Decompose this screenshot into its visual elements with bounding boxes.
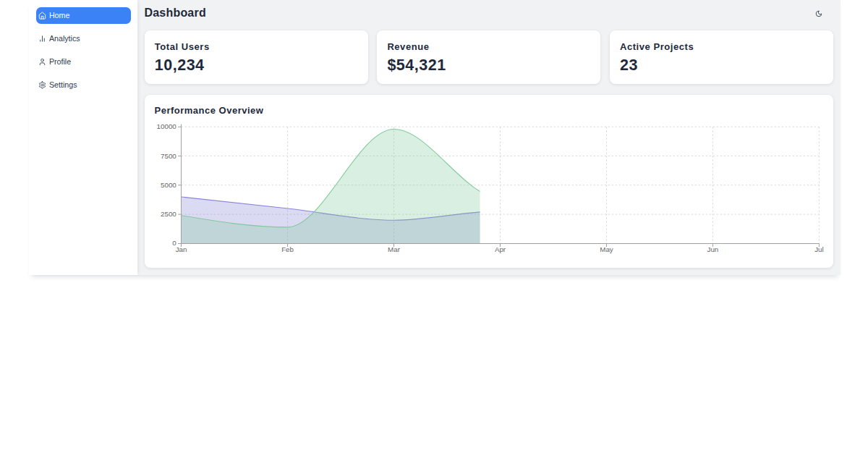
svg-text:10000: 10000 — [157, 122, 177, 130]
svg-text:5000: 5000 — [161, 181, 176, 189]
svg-text:Jan: Jan — [176, 245, 187, 253]
svg-text:Feb: Feb — [281, 245, 294, 253]
svg-text:7500: 7500 — [161, 152, 176, 160]
svg-text:Mar: Mar — [388, 245, 401, 253]
svg-text:May: May — [600, 245, 613, 253]
svg-text:Apr: Apr — [495, 245, 506, 253]
svg-text:Jun: Jun — [707, 245, 719, 253]
svg-text:2500: 2500 — [161, 210, 176, 218]
svg-text:Jul: Jul — [814, 245, 824, 253]
